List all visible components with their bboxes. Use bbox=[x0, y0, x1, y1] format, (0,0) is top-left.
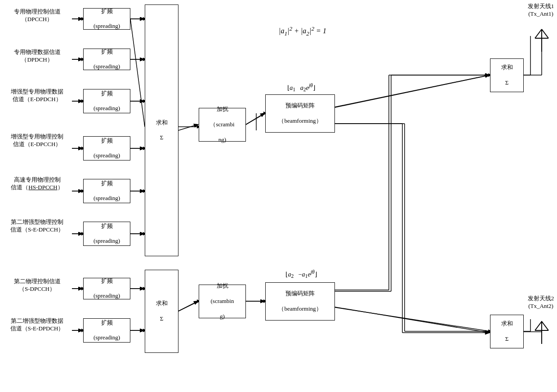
svg-line-50 bbox=[333, 307, 490, 331]
channel-label-2: 专用物理数据信道 （DPDCH） bbox=[2, 49, 72, 64]
antenna-1-label: 发射天线1 (Tx_Ant1) bbox=[525, 2, 557, 18]
svg-line-63 bbox=[542, 321, 548, 330]
channel-label-5: 高速专用物理控制 信道（HS-DPCCH） bbox=[2, 176, 72, 192]
svg-line-62 bbox=[535, 321, 542, 330]
sum-right-block-1: 求和 Σ bbox=[490, 58, 524, 92]
svg-line-78 bbox=[178, 125, 198, 130]
scrambling-block-1: 加扰 （scrambi ng) bbox=[199, 108, 246, 142]
formula-energy: |a1|2 + |a2|2 = 1 bbox=[279, 25, 326, 37]
channel-label-3: 增强型专用物理数据 信道（E-DPDCH） bbox=[2, 88, 72, 103]
antenna-1-symbol bbox=[533, 25, 551, 52]
diagram: 专用物理控制信道 （DPCCH） 专用物理数据信道 （DPDCH） 增强型专用物… bbox=[0, 0, 557, 392]
channel-label-4: 增强型专用物理控制 信道（E-DPCCH） bbox=[2, 133, 72, 148]
svg-line-59 bbox=[542, 29, 548, 38]
channel-label-6: 第二增强型物理控制 信道（S-E-DPCCH） bbox=[2, 218, 72, 234]
svg-line-93 bbox=[335, 307, 489, 333]
spreading-block-4: 扩频 (spreading) bbox=[83, 136, 130, 160]
channel-label-1: 专用物理控制信道 （DPCCH） bbox=[2, 8, 72, 23]
svg-line-43 bbox=[178, 301, 199, 311]
matrix-label-1: ⌊a1 a2ejθ⌋ bbox=[265, 82, 337, 94]
scrambling-block-2: 加扰 (scrambin g) bbox=[199, 285, 246, 318]
spreading-block-6: 扩频 (spreading) bbox=[83, 222, 130, 246]
spreading-block-7: 扩频 (spreading) bbox=[83, 278, 130, 299]
spreading-block-8: 扩频 (spreading) bbox=[83, 318, 130, 343]
svg-line-80 bbox=[335, 75, 489, 107]
svg-line-79 bbox=[246, 113, 264, 125]
sum-right-block-2: 求和 Σ bbox=[490, 315, 524, 348]
svg-line-27 bbox=[246, 113, 265, 125]
spreading-block-3: 扩频 (spreading) bbox=[83, 89, 130, 113]
channel-label-8: 第二增强型物理数据 信道（S-E-DPDCH） bbox=[2, 317, 72, 333]
sum-block-1: 求和 Σ bbox=[145, 4, 178, 256]
antenna-2-label: 发射天线2 (Tx_Ant2) bbox=[525, 294, 557, 310]
matrix-label-2: ⌊a2 −a1ejθ⌋ bbox=[265, 269, 337, 280]
sum-block-2: 求和 Σ bbox=[145, 270, 178, 353]
svg-line-58 bbox=[535, 29, 542, 38]
spreading-block-1: 扩频 (spreading) bbox=[83, 8, 130, 30]
beamforming-block-2: 预编码矩阵 （beamforming） bbox=[265, 282, 335, 321]
spreading-block-2: 扩频 (spreading) bbox=[83, 49, 130, 70]
beamforming-block-1: 预编码矩阵 （beamforming） bbox=[265, 94, 335, 133]
channel-label-7: 第二物理控制信道 （S-DPCCH） bbox=[2, 278, 72, 293]
spreading-block-5: 扩频 (spreading) bbox=[83, 179, 130, 203]
svg-line-0 bbox=[130, 19, 145, 127]
svg-line-88 bbox=[178, 301, 198, 311]
svg-line-29 bbox=[333, 75, 490, 108]
antenna-2-symbol bbox=[533, 317, 551, 344]
